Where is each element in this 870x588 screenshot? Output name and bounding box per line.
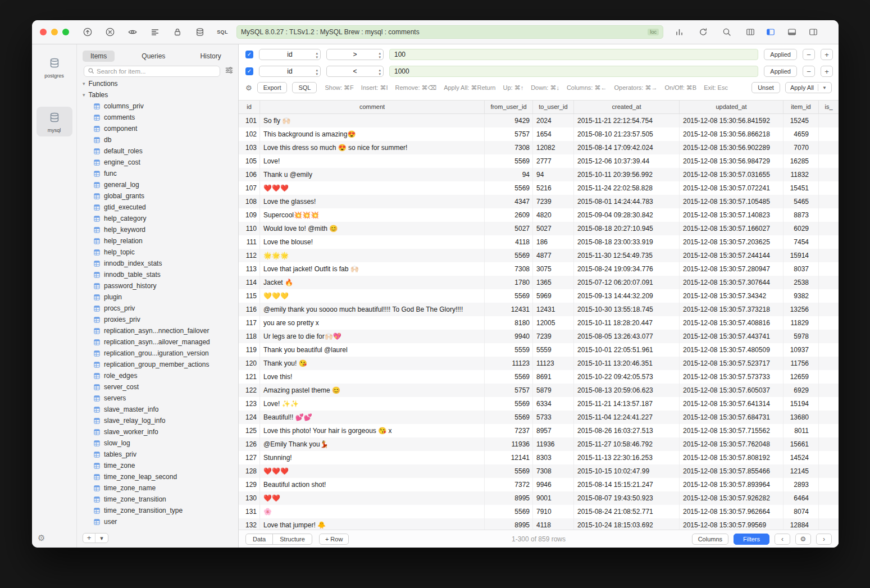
cell-updated_at[interactable]: 2015-12-08 15:30:57.99569 (680, 518, 784, 530)
export-button[interactable]: Export (257, 82, 288, 93)
sidebar-table-item[interactable]: gtid_executed (81, 202, 238, 213)
cell-created_at[interactable]: 2015-08-24 19:09:34.776 (574, 262, 680, 276)
cell-id[interactable]: 131 (239, 505, 260, 518)
cell-id[interactable]: 107 (239, 181, 260, 195)
unset-button[interactable]: Unset (751, 82, 780, 93)
sql-icon[interactable]: SQL (217, 27, 227, 37)
cell-comment[interactable]: ❤️❤️❤️ (260, 464, 485, 478)
cell-is_[interactable] (819, 464, 839, 478)
connect-icon[interactable] (83, 27, 93, 37)
sidebar-table-item[interactable]: comments (81, 112, 238, 123)
cell-comment[interactable]: Amazing pastel theme 😊 (260, 384, 485, 397)
cell-to_user_id[interactable]: 11123 (533, 357, 574, 370)
cell-updated_at[interactable]: 2015-12-08 15:30:56.902289 (680, 141, 784, 154)
cell-from_user_id[interactable]: 12431 (485, 303, 533, 316)
sidebar-table-item[interactable]: general_log (81, 179, 238, 190)
cell-item_id[interactable]: 9382 (784, 289, 819, 303)
cell-to_user_id[interactable]: 1365 (533, 276, 574, 289)
cell-created_at[interactable]: 2015-11-13 22:30:16.253 (574, 451, 680, 464)
cell-created_at[interactable]: 2015-09-04 09:28:30.842 (574, 208, 680, 222)
cell-comment[interactable]: Ur legs are to die for🙌🏻💖 (260, 330, 485, 343)
cell-id[interactable]: 102 (239, 127, 260, 141)
cell-is_[interactable] (819, 181, 839, 195)
cell-to_user_id[interactable]: 12005 (533, 316, 574, 330)
cell-from_user_id[interactable]: 8995 (485, 518, 533, 530)
cell-from_user_id[interactable]: 1780 (485, 276, 533, 289)
sidebar-table-item[interactable]: time_zone_transition (81, 494, 238, 505)
cell-updated_at[interactable]: 2015-12-08 15:30:57.307644 (680, 276, 784, 289)
cell-item_id[interactable]: 15661 (784, 437, 819, 451)
cell-id[interactable]: 119 (239, 343, 260, 357)
cell-updated_at[interactable]: 2015-12-08 15:30:57.893964 (680, 478, 784, 491)
column-header-is_[interactable]: is_ (819, 101, 839, 113)
cell-from_user_id[interactable]: 12141 (485, 451, 533, 464)
tab-items[interactable]: Items (83, 51, 115, 62)
cell-item_id[interactable]: 13256 (784, 303, 819, 316)
cell-id[interactable]: 127 (239, 451, 260, 464)
cell-comment[interactable]: @Emily Thank you💃 (260, 437, 485, 451)
sidebar-table-item[interactable]: slow_log (81, 437, 238, 449)
cell-is_[interactable] (819, 478, 839, 491)
cell-to_user_id[interactable]: 5733 (533, 411, 574, 424)
cell-created_at[interactable]: 2015-08-01 14:24:44.783 (574, 195, 680, 208)
cell-item_id[interactable]: 7454 (784, 235, 819, 249)
zoom-window-button[interactable] (62, 29, 69, 35)
sidebar-table-item[interactable]: procs_priv (81, 303, 238, 314)
cell-item_id[interactable]: 12884 (784, 518, 819, 530)
cell-created_at[interactable]: 2015-10-15 10:02:47.99 (574, 464, 680, 478)
cell-from_user_id[interactable]: 7308 (485, 262, 533, 276)
cell-comment[interactable]: Love! ✨✨ (260, 397, 485, 411)
cell-created_at[interactable]: 2015-08-18 23:00:33.919 (574, 235, 680, 249)
cell-updated_at[interactable]: 2015-12-08 15:30:57.715562 (680, 424, 784, 437)
cell-comment[interactable]: Beautiful!! 💕💕 (260, 411, 485, 424)
cell-to_user_id[interactable]: 7239 (533, 195, 574, 208)
filter-column-select[interactable]: id▴▾ (259, 49, 321, 60)
cell-created_at[interactable]: 2015-11-21 22:12:54.754 (574, 114, 680, 127)
sidebar-table-item[interactable]: func (81, 168, 238, 179)
cell-updated_at[interactable]: 2015-12-08 15:30:57.105485 (680, 195, 784, 208)
cell-id[interactable]: 130 (239, 491, 260, 505)
filter-options-icon[interactable] (225, 66, 234, 77)
log-icon[interactable] (150, 27, 160, 37)
cell-comment[interactable]: So fly 🙌🏻 (260, 114, 485, 127)
cell-is_[interactable] (819, 451, 839, 464)
cell-is_[interactable] (819, 289, 839, 303)
cell-item_id[interactable]: 2538 (784, 276, 819, 289)
cell-created_at[interactable]: 2015-11-24 22:02:58.828 (574, 181, 680, 195)
cell-updated_at[interactable]: 2015-12-08 15:30:56.866218 (680, 127, 784, 141)
cell-comment[interactable]: ❤️❤️❤️ (260, 181, 485, 195)
cell-updated_at[interactable]: 2015-12-08 15:30:57.762048 (680, 437, 784, 451)
cell-comment[interactable]: Love! (260, 154, 485, 168)
cell-from_user_id[interactable]: 4347 (485, 195, 533, 208)
sidebar-table-item[interactable]: slave_relay_log_info (81, 415, 238, 426)
cell-item_id[interactable]: 6929 (784, 384, 819, 397)
panel-right-icon[interactable] (808, 27, 818, 37)
cell-id[interactable]: 120 (239, 357, 260, 370)
sql-button[interactable]: SQL (292, 82, 317, 93)
filter-enabled-checkbox[interactable]: ✓ (245, 67, 253, 75)
cell-id[interactable]: 109 (239, 208, 260, 222)
cell-id[interactable]: 128 (239, 464, 260, 478)
add-item-button[interactable]: + (83, 534, 95, 543)
cell-is_[interactable] (819, 518, 839, 530)
sidebar-table-item[interactable]: columns_priv (81, 101, 238, 112)
cell-is_[interactable] (819, 195, 839, 208)
column-header-item_id[interactable]: item_id (784, 101, 819, 113)
cell-from_user_id[interactable]: 7308 (485, 141, 533, 154)
cell-item_id[interactable]: 2893 (784, 478, 819, 491)
cell-comment[interactable]: Love this dress so much 😍 so nice for su… (260, 141, 485, 154)
cell-from_user_id[interactable]: 4118 (485, 235, 533, 249)
cell-created_at[interactable]: 2015-08-26 16:03:27.513 (574, 424, 680, 437)
filter-value-input[interactable]: 100 (389, 49, 758, 60)
page-settings-gear-icon[interactable]: ⚙ (795, 534, 811, 545)
column-header-id[interactable]: id (239, 101, 260, 113)
cell-id[interactable]: 123 (239, 397, 260, 411)
cell-to_user_id[interactable]: 1654 (533, 127, 574, 141)
cell-comment[interactable]: 💛💛💛 (260, 289, 485, 303)
sidebar-table-item[interactable]: help_relation (81, 235, 238, 247)
filter-applied-button[interactable]: Applied (764, 66, 797, 77)
close-window-button[interactable] (40, 29, 47, 35)
search-input[interactable]: Search for item... (84, 66, 220, 77)
cell-to_user_id[interactable]: 7910 (533, 505, 574, 518)
cell-updated_at[interactable]: 2015-12-08 15:30:57.244144 (680, 249, 784, 262)
